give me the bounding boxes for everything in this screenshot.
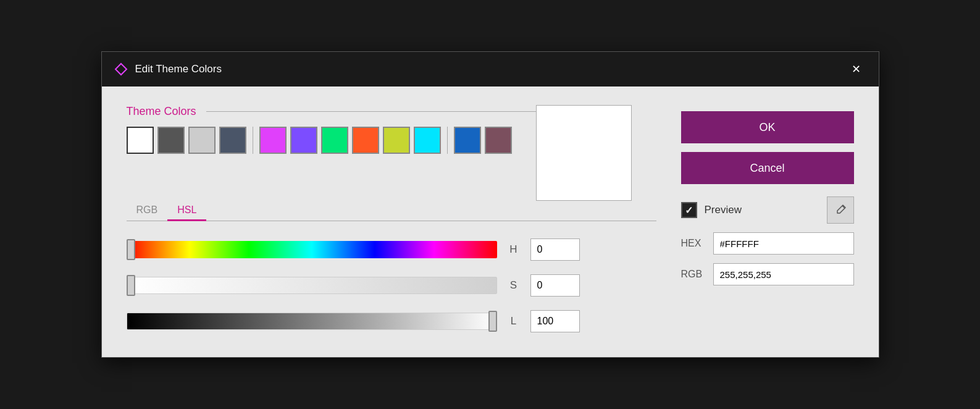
swatches-area: Theme Colors	[127, 105, 536, 171]
lightness-track-wrapper	[127, 313, 497, 330]
rgb-label: RGB	[681, 269, 706, 280]
top-section: Theme Colors	[127, 105, 656, 201]
swatch-blue[interactable]	[454, 127, 481, 154]
dialog-wrapper: Edit Theme Colors ✕ Theme Colors	[52, 51, 929, 358]
swatch-light-gray[interactable]	[188, 127, 216, 154]
hue-track[interactable]	[127, 241, 497, 258]
diamond-icon	[114, 62, 128, 76]
edit-theme-colors-dialog: Edit Theme Colors ✕ Theme Colors	[101, 51, 879, 358]
h-value-input[interactable]	[530, 238, 580, 261]
s-value-input[interactable]	[530, 274, 580, 297]
dialog-body: Theme Colors	[102, 86, 879, 357]
hue-slider-row: H	[127, 238, 656, 261]
hue-track-wrapper	[127, 241, 497, 258]
tab-hsl[interactable]: HSL	[167, 201, 206, 221]
saturation-thumb[interactable]	[127, 275, 135, 296]
s-label: S	[507, 279, 521, 292]
preview-label: Preview	[705, 204, 819, 216]
swatch-divider-1	[253, 127, 253, 154]
cancel-button[interactable]: Cancel	[681, 152, 854, 184]
swatch-cyan[interactable]	[414, 127, 441, 154]
swatch-green[interactable]	[321, 127, 348, 154]
lightness-track[interactable]	[127, 313, 497, 330]
ok-button[interactable]: OK	[681, 111, 854, 143]
preview-checkbox[interactable]	[681, 202, 697, 218]
color-mode-tabs: RGB HSL	[127, 201, 656, 221]
swatch-slate[interactable]	[219, 127, 246, 154]
title-bar: Edit Theme Colors ✕	[102, 52, 879, 86]
swatch-mauve[interactable]	[485, 127, 512, 154]
tab-rgb[interactable]: RGB	[127, 201, 168, 221]
swatch-red-orange[interactable]	[352, 127, 379, 154]
l-value-input[interactable]	[530, 310, 580, 332]
saturation-track[interactable]	[127, 277, 497, 294]
hue-thumb[interactable]	[127, 239, 135, 260]
swatch-dark-gray[interactable]	[157, 127, 185, 154]
swatch-divider-2	[447, 127, 448, 154]
eyedropper-icon	[834, 204, 847, 216]
right-panel: OK Cancel Preview HEX	[681, 105, 854, 332]
eyedropper-button[interactable]	[827, 196, 854, 224]
swatch-magenta[interactable]	[259, 127, 287, 154]
rgb-input[interactable]	[713, 263, 854, 285]
color-preview-box	[536, 105, 632, 201]
h-label: H	[507, 243, 521, 256]
lightness-thumb[interactable]	[488, 311, 497, 332]
color-swatches	[127, 127, 536, 154]
left-panel: Theme Colors	[127, 105, 656, 332]
close-button[interactable]: ✕	[847, 59, 866, 79]
hex-row: HEX	[681, 232, 854, 255]
rgb-row: RGB	[681, 263, 854, 285]
hex-input[interactable]	[713, 232, 854, 255]
swatch-purple[interactable]	[290, 127, 317, 154]
swatch-white[interactable]	[127, 127, 154, 154]
saturation-slider-row: S	[127, 274, 656, 297]
swatch-yellow-green[interactable]	[383, 127, 410, 154]
saturation-track-wrapper	[127, 277, 497, 294]
preview-row: Preview	[681, 196, 854, 224]
sliders-section: H S	[127, 238, 656, 332]
title-bar-left: Edit Theme Colors	[114, 62, 222, 76]
lightness-slider-row: L	[127, 310, 656, 332]
dialog-title: Edit Theme Colors	[135, 63, 222, 75]
hex-label: HEX	[681, 238, 706, 249]
l-label: L	[507, 315, 521, 327]
theme-colors-title: Theme Colors	[127, 105, 536, 118]
